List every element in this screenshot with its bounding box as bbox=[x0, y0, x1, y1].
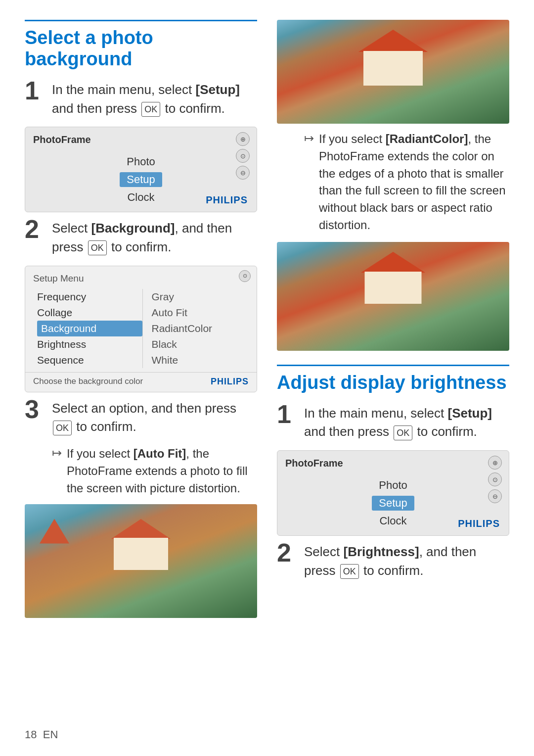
pf-menu-clock: Clock bbox=[127, 190, 154, 205]
pf-menu-setup: Setup bbox=[120, 172, 162, 187]
pf-btn-down-2: ⊖ bbox=[488, 489, 502, 503]
house-roof-right-mid bbox=[361, 252, 425, 273]
bullet-radiantcolor-text: If you select [RadiantColor], the PhotoF… bbox=[319, 131, 509, 234]
house-roof-left bbox=[111, 519, 171, 539]
step-bright-1: 1 In the main menu, select [Setup] and t… bbox=[277, 404, 509, 441]
pf-brand-1: PHILIPS bbox=[206, 194, 248, 206]
house-wall-right-mid bbox=[365, 272, 422, 304]
setup-menu-mockup: ⊙ Setup Menu Frequency Collage Backgroun… bbox=[25, 266, 257, 392]
step3-number: 3 bbox=[25, 396, 52, 422]
ok-icon-1: OK bbox=[141, 102, 160, 117]
pf-menu-setup-2: Setup bbox=[372, 496, 414, 511]
ok-icon-3: OK bbox=[53, 421, 72, 435]
step2-text: Select [Background], and then press OK t… bbox=[52, 219, 257, 256]
pf-controls-2: ⊕ ⊙ ⊖ bbox=[488, 456, 502, 503]
ok-icon-4: OK bbox=[394, 425, 412, 440]
pf-btn-ok: ⊙ bbox=[236, 149, 250, 163]
page-number: 18 bbox=[25, 728, 37, 741]
tree-shape bbox=[40, 519, 69, 544]
pf-btn-ok-2: ⊙ bbox=[488, 472, 502, 486]
pf-menu-photo: Photo bbox=[127, 154, 155, 169]
pf-controls-1: ⊕ ⊙ ⊖ bbox=[236, 132, 250, 180]
page-footer: 18 EN bbox=[25, 728, 58, 741]
setup-background: Background bbox=[37, 321, 142, 336]
pf-label-2: PhotoFrame bbox=[285, 458, 501, 469]
house-wall-left bbox=[114, 538, 168, 570]
setup-radiantcolor: RadiantColor bbox=[152, 321, 257, 336]
step-bright-1-number: 1 bbox=[277, 401, 304, 427]
pf-label-1: PhotoFrame bbox=[33, 134, 249, 145]
setup-col-left: Frequency Collage Background Brightness … bbox=[25, 289, 143, 368]
step-bright-2-number: 2 bbox=[277, 540, 304, 566]
setup-hint: Choose the background color bbox=[33, 377, 143, 386]
setup-col-right: Gray Auto Fit RadiantColor Black White bbox=[143, 289, 257, 368]
step-bright-1-text: In the main menu, select [Setup] and the… bbox=[304, 404, 509, 441]
photo-image-left-bottom bbox=[25, 504, 257, 618]
step2-number: 2 bbox=[25, 216, 52, 242]
setup-bottom: Choose the background color PHILIPS bbox=[25, 372, 257, 387]
setup-black: Black bbox=[152, 336, 257, 352]
step3-text: Select an option, and then press OK to c… bbox=[52, 399, 257, 436]
house-roof-right-top bbox=[358, 30, 428, 52]
section2-title: Adjust display brightness bbox=[277, 365, 509, 393]
house-wall-right-top bbox=[363, 51, 423, 86]
bullet-autofit: ↦ If you select [Auto Fit], the PhotoFra… bbox=[52, 445, 257, 497]
step2: 2 Select [Background], and then press OK… bbox=[25, 219, 257, 256]
setup-gray: Gray bbox=[152, 289, 257, 305]
pf-btn-down: ⊖ bbox=[236, 166, 250, 180]
photo-image-right-middle bbox=[277, 242, 509, 351]
photo-image-right-top bbox=[277, 20, 509, 124]
setup-frequency: Frequency bbox=[37, 289, 142, 305]
step1-text: In the main menu, select [Setup] and the… bbox=[52, 81, 257, 118]
arrow-icon-1: ↦ bbox=[52, 446, 67, 460]
photoframe-mockup-1: ⊕ ⊙ ⊖ PhotoFrame Photo Setup Clock PHILI… bbox=[25, 127, 257, 212]
setup-btn: ⊙ bbox=[239, 270, 251, 282]
pf-brand-2: PHILIPS bbox=[458, 518, 500, 529]
setup-menu-label: Setup Menu bbox=[25, 271, 257, 289]
bullet-autofit-text: If you select [Auto Fit], the PhotoFrame… bbox=[67, 445, 257, 497]
step1: 1 In the main menu, select [Setup] and t… bbox=[25, 81, 257, 118]
setup-brand: PHILIPS bbox=[211, 377, 249, 387]
step-bright-2-text: Select [Brightness], and then press OK t… bbox=[304, 543, 509, 580]
setup-brightness: Brightness bbox=[37, 336, 142, 352]
setup-sequence: Sequence bbox=[37, 352, 142, 368]
setup-white: White bbox=[152, 352, 257, 368]
photoframe-mockup-2: ⊕ ⊙ ⊖ PhotoFrame Photo Setup Clock PHILI… bbox=[277, 450, 509, 536]
setup-rows: Frequency Collage Background Brightness … bbox=[25, 289, 257, 368]
ok-icon-2: OK bbox=[88, 240, 107, 255]
arrow-icon-2: ↦ bbox=[304, 132, 319, 145]
pf-menu-clock-2: Clock bbox=[379, 514, 406, 528]
ok-icon-5: OK bbox=[340, 564, 359, 579]
setup-collage: Collage bbox=[37, 305, 142, 321]
pf-btn-up-2: ⊕ bbox=[488, 456, 502, 470]
step3: 3 Select an option, and then press OK to… bbox=[25, 399, 257, 436]
setup-autofit: Auto Fit bbox=[152, 305, 257, 321]
setup-ctrl: ⊙ bbox=[239, 270, 251, 282]
bullet-radiantcolor: ↦ If you select [RadiantColor], the Phot… bbox=[304, 131, 509, 234]
section2-wrapper: Adjust display brightness 1 In the main … bbox=[277, 365, 509, 580]
section1-title: Select a photo background bbox=[25, 20, 257, 70]
pf-btn-up: ⊕ bbox=[236, 132, 250, 146]
step1-number: 1 bbox=[25, 78, 52, 103]
page-lang: EN bbox=[43, 728, 58, 741]
pf-menu-photo-2: Photo bbox=[379, 478, 407, 493]
step-bright-2: 2 Select [Brightness], and then press OK… bbox=[277, 543, 509, 580]
